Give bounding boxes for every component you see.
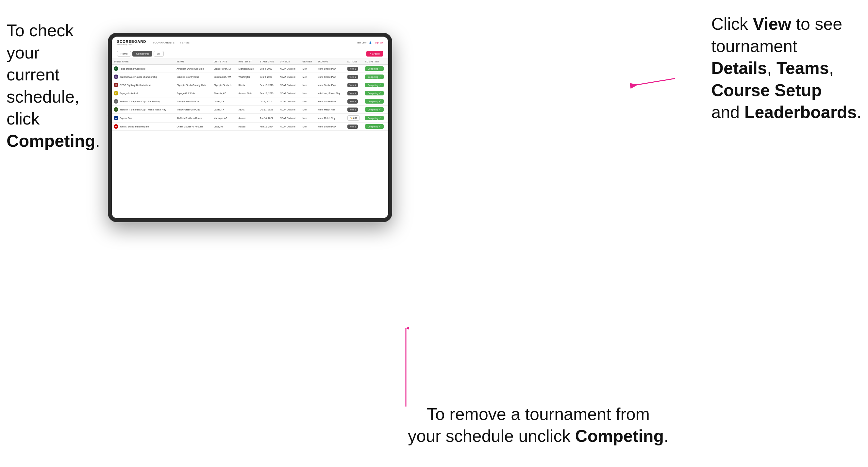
event-name-cell: P Papago Individual — [112, 89, 175, 97]
venue-cell: Olympia Fields Country Club — [175, 81, 212, 89]
home-tab[interactable]: Home — [117, 51, 131, 57]
scoring-cell: team, Stroke Play — [316, 123, 345, 131]
action-cell: View ℹ — [345, 73, 364, 81]
venue-cell: Trinity Forest Golf Club — [175, 97, 212, 105]
division-cell: NCAA Division I — [278, 81, 301, 89]
competing-cell: Competing ✓ — [363, 89, 388, 97]
nav-tournaments[interactable]: TOURNAMENTS — [153, 41, 175, 44]
venue-cell: Sahalee Country Club — [175, 73, 212, 81]
competing-cell: Competing ✓ — [363, 114, 388, 123]
table-row: J Jackson T. Stephens Cup – Stroke Play … — [112, 97, 388, 105]
team-logo: J — [114, 107, 118, 112]
view-button[interactable]: View ℹ — [347, 125, 358, 129]
hosted-by-cell: Illinois — [237, 81, 258, 89]
table-row: O OFCC Fighting Illini Invitational Olym… — [112, 81, 388, 89]
tablet-screen: SCOREBOARD Powered by clippi TOURNAMENTS… — [112, 37, 388, 218]
gender-cell: Men — [300, 81, 316, 89]
nav-teams[interactable]: TEAMS — [180, 41, 190, 44]
venue-cell: Trinity Forest Golf Club — [175, 105, 212, 114]
actions-cell: View ℹ — [347, 91, 362, 95]
team-logo: W — [114, 74, 118, 79]
annotation-bottom: To remove a tournament from your schedul… — [408, 403, 669, 447]
view-button[interactable]: View ℹ — [347, 107, 358, 112]
city-state-cell: Olympia Fields, IL — [212, 81, 237, 89]
hosted-by-cell: Washington — [237, 73, 258, 81]
city-state-cell: Phoenix, AZ — [212, 89, 237, 97]
all-tab[interactable]: All — [154, 51, 164, 57]
city-state-cell: Dallas, TX — [212, 97, 237, 105]
venue-cell: Ak-Chin Southern Dunes — [175, 114, 212, 123]
scoring-cell: team, Stroke Play — [316, 97, 345, 105]
competing-button[interactable]: Competing ✓ — [365, 74, 383, 79]
scoring-cell: team, Match Play — [316, 114, 345, 123]
venue-cell: Ocean Course At Hokuala — [175, 123, 212, 131]
col-city-state: CITY, STATE — [212, 59, 237, 65]
city-state-cell: Dallas, TX — [212, 105, 237, 114]
gender-cell: Men — [300, 123, 316, 131]
edit-button[interactable]: ✏️ Edit — [347, 115, 360, 121]
division-cell: NCAA Division I — [278, 105, 301, 114]
event-name: John A. Burns Intercollegiate — [120, 125, 149, 128]
filter-bar: Home Competing All + Create — [112, 49, 388, 59]
venue-cell: Papago Golf Club — [175, 89, 212, 97]
view-button[interactable]: View ℹ — [347, 91, 358, 95]
competing-tab[interactable]: Competing — [132, 51, 152, 57]
start-date-cell: Sep 4, 2023 — [258, 65, 278, 73]
hosted-by-cell: Arizona State — [237, 89, 258, 97]
city-state-cell: Lihue, HI — [212, 123, 237, 131]
event-name: OFCC Fighting Illini Invitational — [120, 84, 151, 86]
table-row: F Folds of Honor Collegiate American Dun… — [112, 65, 388, 73]
view-button[interactable]: View ℹ — [347, 75, 358, 79]
competing-cell: Competing ✓ — [363, 73, 388, 81]
competing-button[interactable]: Competing ✓ — [365, 124, 383, 129]
event-name-cell: J Jackson T. Stephens Cup – Men's Match … — [112, 105, 175, 114]
actions-cell: ✏️ Edit — [347, 115, 362, 121]
scoring-cell: team, Match Play — [316, 105, 345, 114]
action-cell: View ℹ — [345, 89, 364, 97]
competing-button[interactable]: Competing ✓ — [365, 116, 383, 120]
city-state-cell: Grand Haven, MI — [212, 65, 237, 73]
table-row: W 2023 Sahalee Players Championship Saha… — [112, 73, 388, 81]
competing-cell: Competing ✓ — [363, 97, 388, 105]
nav-right: Test User 👤 Sign out — [357, 41, 383, 44]
user-name: Test User — [357, 41, 367, 44]
competing-button[interactable]: Competing ✓ — [365, 66, 383, 71]
view-button[interactable]: View ℹ — [347, 99, 358, 103]
event-name-cell: O OFCC Fighting Illini Invitational — [112, 81, 175, 89]
action-cell: View ℹ — [345, 97, 364, 105]
competing-label-annotation: Competing — [6, 131, 95, 150]
event-name-cell: F Folds of Honor Collegiate — [112, 65, 175, 73]
action-cell: View ℹ — [345, 65, 364, 73]
event-name-cell: J Jackson T. Stephens Cup – Stroke Play — [112, 97, 175, 105]
competing-button[interactable]: Competing ✓ — [365, 83, 383, 87]
team-logo: A — [114, 116, 118, 120]
brand-title: SCOREBOARD — [117, 40, 146, 43]
team-logo: H — [114, 124, 118, 129]
signout-link[interactable]: Sign out — [374, 41, 383, 44]
annotation-top-right: Click View to see tournament Details, Te… — [711, 13, 862, 124]
view-button[interactable]: View ℹ — [347, 67, 358, 71]
view-button[interactable]: View ℹ — [347, 83, 358, 87]
gender-cell: Men — [300, 105, 316, 114]
table-row: H John A. Burns Intercollegiate Ocean Co… — [112, 123, 388, 131]
create-button[interactable]: + Create — [366, 51, 383, 57]
start-date-cell: Jan 14, 2024 — [258, 114, 278, 123]
scoring-cell: team, Stroke Play — [316, 65, 345, 73]
division-cell: NCAA Division I — [278, 97, 301, 105]
city-state-cell: Maricopa, AZ — [212, 114, 237, 123]
city-state-cell: Sammamish, WA — [212, 73, 237, 81]
scoring-cell: team, Stroke Play — [316, 73, 345, 81]
col-event-name: EVENT NAME — [112, 59, 175, 65]
competing-cell: Competing ✓ — [363, 105, 388, 114]
col-venue: VENUE — [175, 59, 212, 65]
table-header-row: EVENT NAME VENUE CITY, STATE HOSTED BY S… — [112, 59, 388, 65]
division-cell: NCAA Division I — [278, 73, 301, 81]
hosted-by-cell: Hawaii — [237, 123, 258, 131]
competing-button[interactable]: Competing ✓ — [365, 107, 383, 112]
division-cell: NCAA Division I — [278, 89, 301, 97]
col-start-date: START DATE — [258, 59, 278, 65]
col-scoring: SCORING — [316, 59, 345, 65]
competing-button[interactable]: Competing ✓ — [365, 99, 383, 103]
competing-button[interactable]: Competing ✓ — [365, 91, 383, 95]
annotation-top-left: To check your current schedule, click Co… — [6, 20, 111, 152]
